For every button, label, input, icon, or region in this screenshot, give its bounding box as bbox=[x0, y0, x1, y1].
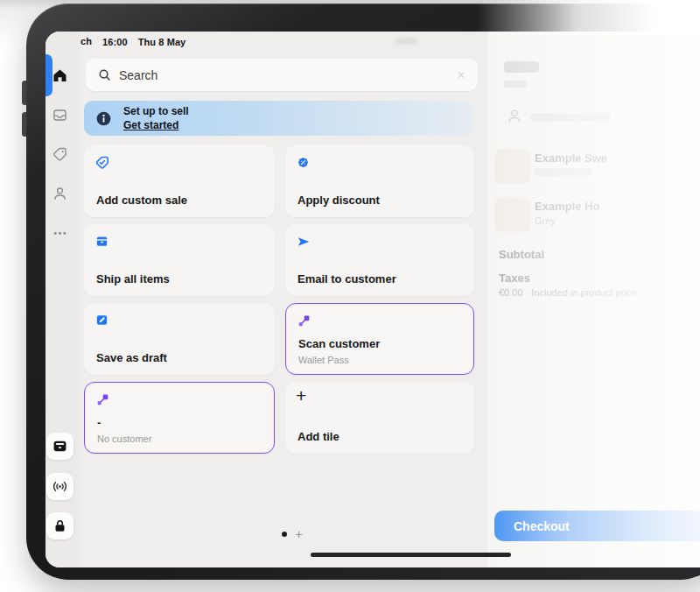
scan-diagonal-icon bbox=[96, 393, 110, 407]
search-icon bbox=[98, 68, 111, 81]
inbox-tray-icon bbox=[52, 108, 67, 123]
status-date: Thu 8 May bbox=[138, 37, 186, 47]
banner-title: Set up to sell bbox=[123, 104, 189, 118]
tile-scan-customer[interactable]: Scan customer Wallet Pass bbox=[285, 303, 474, 375]
search-input[interactable]: Search ✕ bbox=[86, 59, 478, 91]
scan-diagonal-icon bbox=[298, 314, 312, 328]
lock-button[interactable] bbox=[46, 512, 74, 539]
setup-banner: Set up to sell Get started bbox=[84, 101, 474, 136]
cash-drawer-icon bbox=[52, 439, 67, 454]
cart-title-faded bbox=[504, 61, 539, 73]
checkout-label: Checkout bbox=[514, 519, 570, 533]
sidebar-item-home[interactable] bbox=[52, 67, 67, 83]
subtotal-label: Subtotal bbox=[499, 248, 544, 261]
contactless-button[interactable] bbox=[46, 473, 74, 500]
tile-label: Apply discount bbox=[298, 194, 380, 207]
discount-badge-icon bbox=[297, 156, 311, 170]
screenshot-stage: ◀ Search 16:00 Thu 8 May bbox=[0, 0, 700, 592]
cart-item-title: Example Ho bbox=[535, 200, 599, 213]
tile-no-customer[interactable]: - No customer bbox=[84, 382, 275, 454]
draft-pencil-icon bbox=[95, 314, 109, 328]
tile-email-to-customer[interactable]: Email to customer bbox=[285, 224, 474, 296]
cart-panel: Example Swe Example Ho Grey Subtotal Tax… bbox=[486, 32, 700, 567]
add-page-icon[interactable]: + bbox=[295, 527, 302, 541]
cart-item-thumbnail bbox=[495, 197, 530, 232]
nav-sidebar bbox=[46, 32, 80, 567]
tile-label: Add tile bbox=[298, 430, 340, 443]
home-icon bbox=[52, 68, 67, 83]
add-customer-icon[interactable] bbox=[507, 109, 522, 124]
tile-label: Scan customer bbox=[298, 337, 380, 350]
plus-icon: + bbox=[296, 385, 306, 406]
add-customer-label-faded bbox=[530, 113, 611, 122]
page-indicator: + bbox=[264, 527, 320, 541]
shipping-box-icon bbox=[95, 235, 109, 249]
contactless-signal-icon bbox=[52, 479, 67, 494]
sidebar-item-more[interactable] bbox=[52, 225, 67, 241]
cart-item-thumbnail bbox=[495, 149, 530, 184]
sidebar-item-inbox[interactable] bbox=[52, 107, 67, 123]
tile-label: Add custom sale bbox=[96, 194, 187, 207]
info-circle-icon bbox=[96, 111, 111, 126]
get-started-link[interactable]: Get started bbox=[123, 118, 189, 132]
sidebar-item-products[interactable] bbox=[52, 146, 67, 162]
tile-sublabel: Wallet Pass bbox=[298, 355, 349, 365]
tile-sublabel: No customer bbox=[97, 433, 151, 444]
close-icon[interactable]: ✕ bbox=[457, 69, 466, 81]
tile-label: Save as draft bbox=[96, 351, 167, 364]
cart-subtitle-faded bbox=[504, 81, 527, 88]
cart-item-subtitle: Grey bbox=[535, 215, 556, 226]
status-icons-faded bbox=[396, 38, 418, 45]
home-indicator[interactable] bbox=[311, 553, 511, 557]
tile-label: Email to customer bbox=[298, 272, 396, 285]
tag-icon bbox=[52, 147, 67, 162]
tile-add-tile[interactable]: + Add tile bbox=[285, 382, 474, 454]
cart-item-subtitle-faded bbox=[535, 168, 592, 176]
status-time: 16:00 bbox=[102, 37, 128, 47]
sidebar-item-customers[interactable] bbox=[52, 186, 67, 201]
tile-ship-all-items[interactable]: Ship all items bbox=[84, 224, 275, 296]
taxes-value: €0.00 · Included in product price bbox=[499, 287, 636, 298]
tile-add-custom-sale[interactable]: Add custom sale bbox=[84, 145, 275, 217]
checkout-button[interactable]: Checkout bbox=[494, 511, 700, 541]
tile-save-as-draft[interactable]: Save as draft bbox=[84, 303, 275, 375]
page-dot[interactable] bbox=[282, 532, 287, 537]
search-placeholder: Search bbox=[119, 68, 158, 82]
person-icon bbox=[52, 187, 67, 201]
cash-drawer-button[interactable] bbox=[46, 433, 74, 460]
ellipsis-icon bbox=[52, 226, 67, 241]
tag-check-icon bbox=[95, 156, 109, 170]
cart-item-title: Example Swe bbox=[535, 152, 607, 165]
taxes-label: Taxes bbox=[499, 271, 530, 285]
ipad-screen: ◀ Search 16:00 Thu 8 May bbox=[46, 32, 700, 567]
tile-apply-discount[interactable]: Apply discount bbox=[285, 145, 474, 217]
tile-label: Ship all items bbox=[96, 272, 170, 285]
tile-label: - bbox=[97, 416, 101, 429]
lock-icon bbox=[52, 518, 67, 533]
send-plane-icon bbox=[297, 235, 311, 249]
